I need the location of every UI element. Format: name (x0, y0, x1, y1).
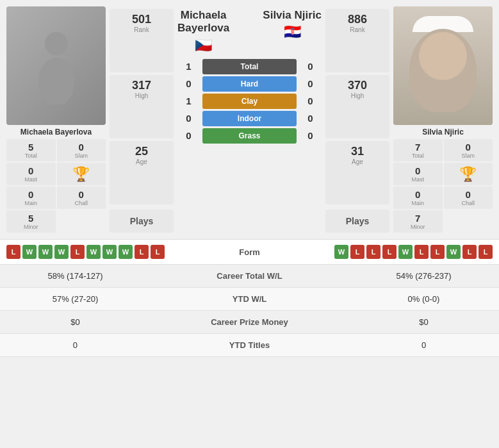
career-wl-row: 58% (174-127) Career Total W/L 54% (276-… (0, 265, 499, 288)
left-badge-1: W (22, 245, 37, 259)
surface-row-clay: 1 Clay 0 (177, 94, 322, 109)
left-minor-cell: 5 Minor (6, 210, 56, 233)
hard-score-right: 0 (299, 78, 322, 89)
clay-score-left: 1 (177, 95, 200, 106)
surface-row-total: 1 Total 0 (177, 59, 322, 74)
top-section: Michaela Bayerlova 5 Total 0 Slam 0 Mast… (0, 0, 499, 239)
left-main-cell: 0 Main (6, 187, 56, 209)
right-player-name: Silvia Njiric (422, 128, 464, 137)
center-match-panel: MichaelaBayerlova 🇨🇿 Silvia Njiric 🇭🇷 1 … (177, 6, 322, 233)
ytd-titles-row: 0 YTD Titles 0 (0, 334, 499, 357)
right-chall-value: 0 (445, 189, 492, 200)
form-label: Form (224, 247, 275, 257)
right-main-label: Main (395, 200, 441, 206)
right-badge-9: L (479, 245, 493, 259)
stats-table: 58% (174-127) Career Total W/L 54% (276-… (0, 265, 499, 357)
left-slam-cell: 0 Slam (57, 139, 106, 162)
left-badge-0: L (6, 245, 20, 259)
main-container: Michaela Bayerlova 5 Total 0 Slam 0 Mast… (0, 0, 499, 357)
hard-button[interactable]: Hard (202, 76, 297, 92)
indoor-button[interactable]: Indoor (202, 111, 297, 126)
left-plays-label: Plays (130, 216, 154, 226)
right-plays-label: Plays (346, 216, 370, 226)
right-slam-label: Slam (445, 153, 492, 159)
clay-score-right: 0 (299, 95, 322, 106)
left-main-label: Main (8, 200, 54, 206)
right-total-cell: 7 Total (393, 139, 443, 162)
grass-score-right: 0 (299, 130, 322, 141)
left-rank-card: 501 Rank (110, 9, 174, 72)
total-score-right: 0 (299, 61, 322, 72)
surface-rows: 1 Total 0 0 Hard 0 1 Clay 0 0 (177, 59, 322, 144)
right-flag: 🇭🇷 (263, 24, 322, 40)
prize-left: $0 (0, 311, 151, 334)
hard-score-left: 0 (177, 78, 200, 89)
left-age-label: Age (111, 158, 172, 165)
left-high-value: 317 (111, 79, 172, 92)
left-rank-label: Rank (111, 26, 172, 33)
left-plays-card: Plays (110, 210, 174, 233)
surface-row-indoor: 0 Indoor 0 (177, 111, 322, 126)
left-chall-cell: 0 Chall (57, 187, 106, 209)
right-total-label: Total (395, 153, 441, 159)
left-trophy-cell: 🏆 (57, 163, 106, 185)
right-badge-7: W (446, 245, 461, 259)
left-badge-2: W (38, 245, 53, 259)
left-badge-3: W (54, 245, 69, 259)
total-button[interactable]: Total (202, 59, 297, 74)
left-center-name: MichaelaBayerlova (177, 9, 229, 35)
clay-button[interactable]: Clay (202, 94, 297, 109)
svg-point-0 (45, 32, 68, 55)
left-high-label: High (111, 92, 172, 99)
names-flags-row: MichaelaBayerlova 🇨🇿 Silvia Njiric 🇭🇷 (177, 9, 322, 54)
right-center-name: Silvia Njiric (263, 9, 322, 22)
career-wl-left: 58% (174-127) (0, 265, 151, 288)
grass-button[interactable]: Grass (202, 128, 297, 144)
left-badge-6: W (102, 245, 117, 259)
right-badge-2: L (366, 245, 380, 259)
right-high-card: 370 High (325, 75, 389, 138)
svg-point-1 (38, 58, 74, 104)
right-age-card: 31 Age (325, 141, 389, 204)
right-main-value: 0 (395, 189, 441, 200)
indoor-score-left: 0 (177, 113, 200, 124)
left-player-photo (6, 6, 106, 125)
indoor-score-right: 0 (299, 113, 322, 124)
prize-right: $0 (348, 311, 499, 334)
right-badge-6: L (430, 245, 445, 259)
right-minor-label: Minor (395, 224, 441, 230)
prize-row: $0 Career Prize Money $0 (0, 311, 499, 334)
left-badge-9: L (151, 245, 165, 259)
right-badge-5: L (414, 245, 429, 259)
right-badge-8: L (462, 245, 477, 259)
ytd-titles-right: 0 (348, 334, 499, 357)
left-total-cell: 5 Total (6, 139, 56, 162)
ytd-titles-label: YTD Titles (151, 334, 348, 357)
right-rank-card: 886 Rank (325, 9, 389, 72)
left-minor-value: 5 (8, 213, 54, 224)
right-mast-value: 0 (395, 165, 441, 176)
ytd-wl-row: 57% (27-20) YTD W/L 0% (0-0) (0, 288, 499, 311)
left-age-value: 25 (111, 145, 172, 158)
left-chall-value: 0 (58, 189, 105, 200)
left-mast-cell: 0 Mast (6, 163, 56, 185)
right-high-value: 370 (327, 79, 388, 92)
left-stats-panel: 501 Rank 317 High 25 Age Plays (110, 6, 174, 233)
right-minor-value: 7 (395, 213, 441, 224)
left-age-card: 25 Age (110, 141, 174, 204)
left-rank-value: 501 (111, 13, 172, 26)
right-trophy-cell: 🏆 (444, 163, 493, 185)
surface-row-hard: 0 Hard 0 (177, 76, 322, 92)
right-main-cell: 0 Main (393, 187, 443, 209)
right-badge-0: W (334, 245, 348, 259)
right-player-section: Silvia Njiric 7 Total 0 Slam 0 Mast 🏆 (393, 6, 493, 233)
right-badge-3: L (382, 245, 397, 259)
right-plays-card: Plays (325, 210, 389, 233)
right-mast-cell: 0 Mast (393, 163, 443, 185)
left-slam-label: Slam (58, 153, 105, 159)
left-badge-5: W (86, 245, 101, 259)
ytd-titles-left: 0 (0, 334, 151, 357)
ytd-wl-left: 57% (27-20) (0, 288, 151, 311)
right-minor-cell: 7 Minor (393, 210, 443, 233)
right-trophy-icon: 🏆 (459, 166, 477, 183)
